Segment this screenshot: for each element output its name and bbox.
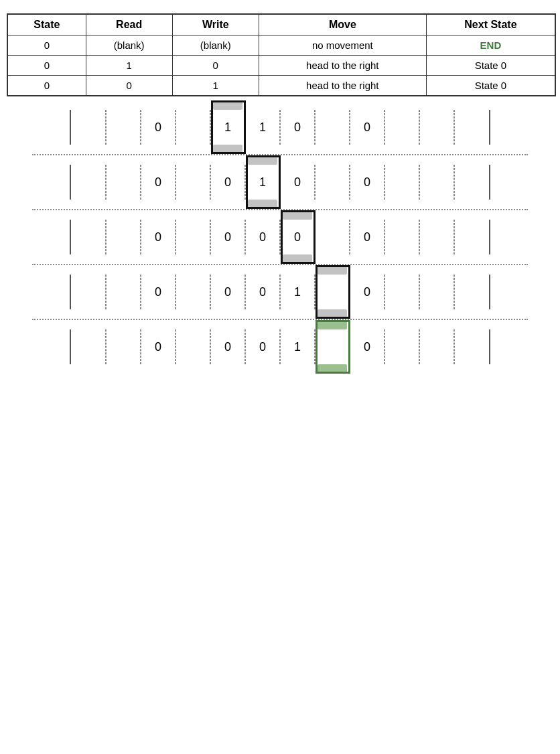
tape-4-cell-6: 1 — [280, 329, 315, 364]
cell-text-4-6: 1 — [294, 340, 301, 354]
cell-read-0: (blank) — [86, 35, 172, 56]
head-top-1 — [248, 155, 277, 165]
cell-text-1-5: 1 — [259, 175, 266, 190]
cell-state-2: 0 — [7, 76, 86, 96]
tape-3: 00010 — [70, 275, 490, 309]
cell-move-1: head to the right — [259, 56, 426, 76]
cell-next-2: State 0 — [426, 76, 555, 96]
tape-1-cell-2: 0 — [141, 165, 176, 200]
tape-1-cell-11 — [454, 165, 489, 200]
cell-text-0-5: 1 — [259, 121, 266, 135]
cell-text-1-6: 0 — [294, 175, 301, 190]
tape-1-cell-7 — [315, 165, 350, 200]
col-header-write: Write — [172, 14, 259, 35]
tape-2-cell-10 — [419, 220, 454, 254]
tape-3-cell-10 — [419, 275, 454, 309]
tape-2-cell-1 — [106, 220, 141, 254]
col-header-next: Next State — [426, 14, 555, 35]
tape-2-cell-2: 0 — [141, 220, 176, 254]
cell-text-0-4: 1 — [224, 121, 231, 135]
tape-3-cell-3 — [176, 275, 210, 309]
tape-3-cell-6: 1 — [280, 275, 315, 309]
head-bottom-0 — [213, 145, 242, 154]
cell-move-0: no movement — [259, 35, 426, 56]
tape-1-cell-0 — [71, 165, 106, 200]
cell-text-2-2: 0 — [155, 230, 161, 244]
cell-text-3-2: 0 — [155, 285, 161, 299]
tape-row-4: 00010 — [70, 329, 490, 364]
tape-row-3: 00010 — [70, 275, 490, 309]
tape-2-cell-7 — [315, 220, 350, 254]
tape-1-cell-1 — [106, 165, 141, 200]
tape-0-cell-1 — [106, 110, 141, 145]
cell-text-1-2: 0 — [155, 175, 161, 190]
tape-1-cell-3 — [176, 165, 210, 200]
tape-2-cell-9 — [384, 220, 419, 254]
tape-3-cell-2: 0 — [141, 275, 176, 309]
cell-move-2: head to the right — [259, 76, 426, 96]
cell-text-0-8: 0 — [364, 121, 370, 135]
tape-4-cell-4: 0 — [210, 329, 245, 364]
tape-4-cell-9 — [384, 329, 419, 364]
tape-0-cell-11 — [454, 110, 489, 145]
tape-4-cell-8: 0 — [350, 329, 384, 364]
cell-state-0: 0 — [7, 35, 86, 56]
head-top-4 — [318, 320, 347, 329]
tape-0-cell-7 — [315, 110, 350, 145]
tape-1-cell-6: 0 — [280, 165, 315, 200]
cell-write-1: 0 — [172, 56, 259, 76]
tape-0-cell-9 — [384, 110, 419, 145]
head-top-0 — [213, 100, 242, 110]
cell-text-2-4: 0 — [224, 230, 231, 244]
cell-text-1-4: 0 — [224, 175, 231, 190]
cell-text-0-2: 0 — [155, 121, 161, 135]
tape-4-cell-0 — [71, 329, 106, 364]
tape-0: 01100 — [70, 110, 490, 145]
separator-2 — [32, 264, 528, 265]
separator-3 — [32, 319, 528, 320]
tape-2-cell-3 — [176, 220, 210, 254]
cell-text-2-8: 0 — [364, 230, 370, 244]
cell-text-2-6: 0 — [294, 230, 301, 244]
tape-row-0: 01100 — [70, 110, 490, 145]
tape-0-cell-8: 0 — [350, 110, 384, 145]
tape-1-cell-8: 0 — [350, 165, 384, 200]
tape-1: 00100 — [70, 165, 490, 200]
cell-read-2: 0 — [86, 76, 172, 96]
tape-0-cell-3 — [176, 110, 210, 145]
tape-4-cell-7 — [315, 329, 350, 364]
tape-4: 00010 — [70, 329, 490, 364]
col-header-move: Move — [259, 14, 426, 35]
tape-3-cell-9 — [384, 275, 419, 309]
tape-1-cell-5: 1 — [245, 165, 280, 200]
tape-0-cell-6: 0 — [280, 110, 315, 145]
tape-1-cell-10 — [419, 165, 454, 200]
tape-row-1: 00100 — [70, 165, 490, 200]
cell-state-1: 0 — [7, 56, 86, 76]
cell-text-4-5: 0 — [259, 340, 266, 354]
tape-2-cell-8: 0 — [350, 220, 384, 254]
head-bottom-3 — [318, 309, 347, 319]
cell-text-3-5: 0 — [259, 285, 266, 299]
tape-3-cell-5: 0 — [245, 275, 280, 309]
cell-text-4-8: 0 — [364, 340, 370, 354]
tape-3-cell-0 — [71, 275, 106, 309]
cell-write-0: (blank) — [172, 35, 259, 56]
head-bottom-4 — [318, 364, 347, 374]
head-top-2 — [283, 210, 312, 220]
cell-text-1-8: 0 — [364, 175, 370, 190]
tape-2-cell-5: 0 — [245, 220, 280, 254]
transition-table: State Read Write Move Next State 0(blank… — [7, 13, 556, 96]
tape-section: 0110000100000000001000010 — [7, 110, 553, 364]
tape-2-cell-4: 0 — [210, 220, 245, 254]
tape-4-cell-11 — [454, 329, 489, 364]
tape-3-cell-8: 0 — [350, 275, 384, 309]
cell-next-1: State 0 — [426, 56, 555, 76]
cell-text-3-4: 0 — [224, 285, 231, 299]
cell-text-4-2: 0 — [155, 340, 161, 354]
cell-text-3-6: 1 — [294, 285, 301, 299]
tape-3-cell-7 — [315, 275, 350, 309]
cell-next-0: END — [426, 35, 555, 56]
tape-0-cell-0 — [71, 110, 106, 145]
cell-text-2-5: 0 — [259, 230, 266, 244]
